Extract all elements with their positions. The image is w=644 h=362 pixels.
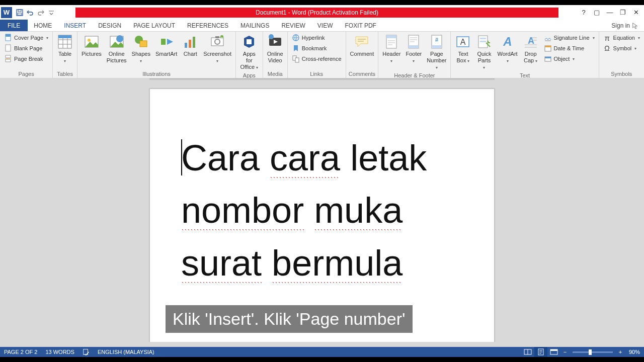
tab-review[interactable]: REVIEW xyxy=(275,20,311,31)
document-area[interactable]: Cara cara letak nombor muka surat bermul… xyxy=(0,78,644,342)
date-time-button[interactable]: Date & Time xyxy=(542,43,596,53)
status-proofing[interactable] xyxy=(78,347,94,357)
svg-rect-18 xyxy=(189,40,191,48)
view-read-mode[interactable] xyxy=(521,347,534,357)
sign-in-link[interactable]: Sign in xyxy=(606,20,644,31)
video-icon xyxy=(267,34,283,50)
shapes-button[interactable]: Shapes▾ xyxy=(129,33,153,65)
wordart-icon: A xyxy=(500,34,516,50)
apps-for-office-button[interactable]: Apps forOffice ▾ xyxy=(237,33,261,72)
chevron-down-icon xyxy=(47,9,55,17)
tab-design[interactable]: DESIGN xyxy=(92,20,127,31)
blank-page-button[interactable]: Blank Page xyxy=(3,43,50,53)
tab-page-layout[interactable]: PAGE LAYOUT xyxy=(127,20,181,31)
tab-foxit-pdf[interactable]: FOXIT PDF xyxy=(339,20,382,31)
video-letterbox-top xyxy=(0,0,644,5)
online-video-button[interactable]: OnlineVideo xyxy=(265,33,286,65)
ribbon-group-pages: Cover Page▾ Blank Page Page Break Pages xyxy=(0,32,53,78)
ribbon-group-media: OnlineVideo Media xyxy=(263,32,288,78)
text-box-icon: A xyxy=(455,34,471,50)
word-app-icon: W xyxy=(1,7,12,18)
footer-button[interactable]: Footer▾ xyxy=(403,33,424,65)
bookmark-button[interactable]: Bookmark xyxy=(290,43,343,53)
qat-customize-button[interactable] xyxy=(46,7,56,18)
chart-icon xyxy=(182,34,198,50)
svg-text:A: A xyxy=(503,35,512,48)
ribbon: Cover Page▾ Blank Page Page Break Pages … xyxy=(0,32,644,78)
status-page[interactable]: PAGE 2 OF 2 xyxy=(0,347,41,357)
tab-home[interactable]: HOME xyxy=(28,20,58,31)
header-button[interactable]: Header▾ xyxy=(380,33,403,65)
help-button[interactable]: ? xyxy=(578,7,590,19)
svg-rect-17 xyxy=(185,43,187,48)
document-body-text[interactable]: Cara cara letak nombor muka surat bermul… xyxy=(181,132,464,289)
pictures-icon xyxy=(84,34,100,50)
svg-text:A: A xyxy=(528,36,534,46)
page-2[interactable]: Cara cara letak nombor muka surat bermul… xyxy=(149,88,495,342)
qat-redo-button[interactable] xyxy=(36,7,46,18)
status-words[interactable]: 13 WORDS xyxy=(41,347,78,357)
symbol-button[interactable]: Ω Symbol▾ xyxy=(602,43,641,53)
tab-file[interactable]: FILE xyxy=(0,20,28,31)
table-button[interactable]: Table▾ xyxy=(54,33,75,65)
hyperlink-button[interactable]: Hyperlink xyxy=(290,33,343,43)
page-number-icon: # xyxy=(429,34,445,50)
drop-cap-icon: A xyxy=(523,34,539,50)
screenshot-button[interactable]: + Screenshot▾ xyxy=(201,33,234,65)
ribbon-group-header-footer: Header▾ Footer▾ # PageNumber ▾ Header & … xyxy=(378,32,451,78)
signature-line-button[interactable]: Signature Line▾ xyxy=(542,33,596,43)
title-bar: W Document1 - Word (Product Activation F… xyxy=(0,5,644,20)
qat-save-button[interactable] xyxy=(15,7,25,18)
close-button[interactable]: ✕ xyxy=(630,7,642,19)
comment-button[interactable]: Comment xyxy=(348,33,377,58)
svg-rect-32 xyxy=(386,35,396,38)
footer-icon xyxy=(406,34,422,50)
view-print-layout[interactable] xyxy=(534,347,547,357)
tab-insert[interactable]: INSERT xyxy=(58,20,92,31)
zoom-out-button[interactable]: − xyxy=(560,349,570,355)
object-button[interactable]: Object▾ xyxy=(542,54,596,64)
zoom-slider[interactable] xyxy=(573,351,613,353)
svg-point-27 xyxy=(269,34,274,39)
drop-cap-button[interactable]: A DropCap ▾ xyxy=(520,33,541,65)
restore-button[interactable]: ❐ xyxy=(617,7,629,19)
video-letterbox-bottom xyxy=(0,357,644,362)
smartart-button[interactable]: SmartArt xyxy=(153,33,180,58)
tab-view[interactable]: VIEW xyxy=(311,20,339,31)
cross-reference-button[interactable]: Cross-reference xyxy=(290,54,343,64)
apps-icon xyxy=(241,34,257,50)
omega-icon: Ω xyxy=(603,44,611,52)
zoom-level[interactable]: 90% xyxy=(625,347,644,357)
svg-rect-7 xyxy=(6,59,11,62)
wordart-button[interactable]: A WordArt▾ xyxy=(495,33,520,65)
svg-point-11 xyxy=(88,39,91,42)
group-label-comments: Comments xyxy=(348,70,377,78)
group-label-illustrations: Illustrations xyxy=(79,70,234,78)
zoom-slider-thumb[interactable] xyxy=(589,349,592,355)
qat-undo-button[interactable] xyxy=(25,7,35,18)
quick-parts-button[interactable]: QuickParts ▾ xyxy=(473,33,495,72)
page-1-bottom[interactable] xyxy=(149,78,495,79)
pictures-button[interactable]: Pictures xyxy=(79,33,104,58)
status-language[interactable]: ENGLISH (MALAYSIA) xyxy=(94,347,158,357)
tab-mailings[interactable]: MAILINGS xyxy=(234,20,275,31)
zoom-in-button[interactable]: + xyxy=(616,349,625,355)
chart-button[interactable]: Chart xyxy=(180,33,201,58)
text-box-button[interactable]: A TextBox ▾ xyxy=(452,33,473,65)
read-mode-icon xyxy=(524,348,532,355)
view-web-layout[interactable] xyxy=(547,347,560,357)
proofing-icon xyxy=(83,348,90,355)
tab-references[interactable]: REFERENCES xyxy=(181,20,234,31)
ribbon-group-tables: Table▾ Tables xyxy=(53,32,77,78)
svg-rect-37 xyxy=(432,45,442,48)
page-number-button[interactable]: # PageNumber ▾ xyxy=(424,33,449,72)
window-title: Document1 - Word (Product Activation Fai… xyxy=(256,9,378,16)
equation-button[interactable]: π Equation▾ xyxy=(602,33,641,43)
page-break-button[interactable]: Page Break xyxy=(3,54,50,64)
video-caption-overlay: Klik 'Insert'. Klik 'Page number' xyxy=(166,305,413,333)
cover-page-button[interactable]: Cover Page▾ xyxy=(3,33,50,43)
svg-point-13 xyxy=(116,35,123,42)
minimize-button[interactable]: — xyxy=(604,7,616,19)
online-pictures-button[interactable]: OnlinePictures xyxy=(104,33,129,65)
ribbon-display-button[interactable]: ▢ xyxy=(591,7,603,19)
